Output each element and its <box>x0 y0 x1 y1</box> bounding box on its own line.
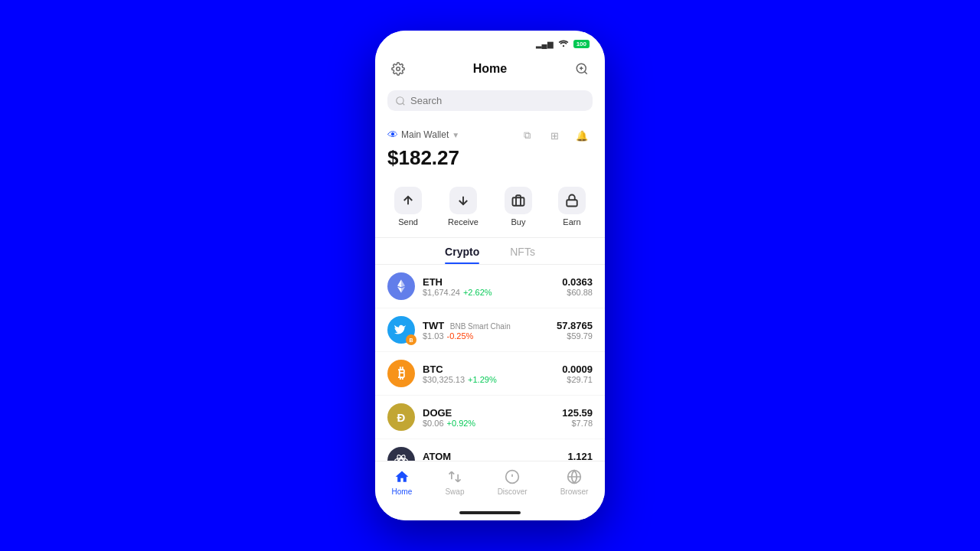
wallet-balance: $182.27 <box>387 146 593 170</box>
svg-rect-10 <box>512 197 524 206</box>
home-bar <box>459 511 521 514</box>
svg-marker-17 <box>397 287 401 293</box>
search-input-wrap[interactable] <box>387 90 593 111</box>
svg-line-3 <box>584 71 586 73</box>
nav-browser[interactable]: Browser <box>560 468 589 496</box>
nav-discover-label: Discover <box>498 487 528 496</box>
bottom-nav: Home Swap Discover Brow <box>375 461 605 505</box>
scan-button[interactable] <box>571 58 593 80</box>
atom-info: ATOM $6.75 +1.90% <box>423 451 567 461</box>
buy-button[interactable]: Buy <box>505 187 532 227</box>
svg-point-0 <box>562 45 564 47</box>
eth-logo <box>387 272 415 300</box>
btc-info: BTC $30,325.13 +1.29% <box>423 364 562 384</box>
atom-amounts: 1.121 $7.57 <box>567 451 593 461</box>
eth-sub: $1,674.24 +2.62% <box>423 288 562 297</box>
doge-amounts: 125.59 $7.78 <box>562 407 593 428</box>
nav-swap-label: Swap <box>445 487 464 496</box>
tab-crypto[interactable]: Crypto <box>445 246 479 264</box>
wallet-icons: ⧉ ⊞ 🔔 <box>516 125 593 146</box>
earn-button[interactable]: Earn <box>558 187 586 227</box>
buy-icon <box>505 187 532 214</box>
browser-icon <box>565 468 583 486</box>
eye-icon: 👁 <box>387 129 398 141</box>
battery-indicator: 100 <box>573 40 590 48</box>
status-bar: ▂▄▆ 100 <box>375 31 605 54</box>
list-item[interactable]: ATOM $6.75 +1.90% 1.121 $7.57 <box>375 439 605 461</box>
send-button[interactable]: Send <box>394 187 422 227</box>
svg-marker-16 <box>401 287 405 293</box>
wallet-dropdown-icon[interactable]: ▼ <box>452 131 459 139</box>
wallet-section: 👁 Main Wallet ▼ ⧉ ⊞ 🔔 $182.27 <box>375 119 605 178</box>
nav-home[interactable]: Home <box>392 468 413 496</box>
eth-amounts: 0.0363 $60.88 <box>562 276 593 297</box>
send-label: Send <box>398 217 418 227</box>
discover-icon <box>503 468 521 486</box>
home-indicator <box>375 505 605 520</box>
signal-icon: ▂▄▆ <box>536 40 554 48</box>
phone-frame: ▂▄▆ 100 Home <box>375 31 605 520</box>
earn-icon <box>558 187 586 214</box>
list-item[interactable]: ETH $1,674.24 +2.62% 0.0363 $60.88 <box>375 265 605 308</box>
svg-point-6 <box>397 96 403 103</box>
crypto-list: ETH $1,674.24 +2.62% 0.0363 $60.88 B TWT… <box>375 265 605 461</box>
search-bar <box>375 86 605 119</box>
receive-button[interactable]: Receive <box>448 187 479 227</box>
doge-logo: Ð <box>387 403 415 431</box>
nav-browser-label: Browser <box>560 487 589 496</box>
twt-amounts: 57.8765 $59.79 <box>557 320 593 341</box>
nav-discover[interactable]: Discover <box>498 468 528 496</box>
home-icon <box>393 468 411 486</box>
search-input[interactable] <box>410 95 585 106</box>
header: Home <box>375 54 605 86</box>
receive-label: Receive <box>448 217 479 227</box>
bell-button[interactable]: 🔔 <box>571 125 593 146</box>
earn-label: Earn <box>563 217 580 227</box>
wallet-label: 👁 Main Wallet ▼ <box>387 129 459 141</box>
twt-sub: $1.03 -0.25% <box>423 331 557 341</box>
swap-icon <box>446 468 464 486</box>
page-title: Home <box>473 62 507 76</box>
btc-logo: ₿ <box>387 360 415 387</box>
twt-logo: B <box>387 316 415 344</box>
search-icon <box>395 96 406 106</box>
copy-button[interactable]: ⧉ <box>516 125 537 146</box>
tab-nfts[interactable]: NFTs <box>510 246 535 264</box>
list-item[interactable]: B TWT BNB Smart Chain $1.03 -0.25% 57.87… <box>375 308 605 352</box>
receive-icon <box>449 187 477 214</box>
atom-logo <box>387 447 415 461</box>
buy-label: Buy <box>511 217 525 227</box>
twt-network-badge: B <box>406 334 416 345</box>
expand-button[interactable]: ⊞ <box>544 125 565 146</box>
doge-info: DOGE $0.06 +0.92% <box>423 407 562 428</box>
btc-amounts: 0.0009 $29.71 <box>562 364 593 384</box>
wifi-icon <box>558 37 569 51</box>
action-buttons: Send Receive Buy Earn <box>375 178 605 238</box>
twt-symbol: TWT BNB Smart Chain <box>423 320 557 331</box>
svg-point-1 <box>397 67 400 71</box>
eth-symbol: ETH <box>423 276 562 288</box>
nav-home-label: Home <box>392 487 413 496</box>
tabs: Crypto NFTs <box>375 238 605 265</box>
settings-button[interactable] <box>387 58 409 80</box>
send-icon <box>394 187 422 214</box>
twt-info: TWT BNB Smart Chain $1.03 -0.25% <box>423 320 557 341</box>
list-item[interactable]: Ð DOGE $0.06 +0.92% 125.59 $7.78 <box>375 396 605 439</box>
svg-rect-11 <box>567 200 577 206</box>
nav-swap[interactable]: Swap <box>445 468 464 496</box>
eth-info: ETH $1,674.24 +2.62% <box>423 276 562 297</box>
svg-line-7 <box>403 103 405 105</box>
list-item[interactable]: ₿ BTC $30,325.13 +1.29% 0.0009 $29.71 <box>375 352 605 396</box>
